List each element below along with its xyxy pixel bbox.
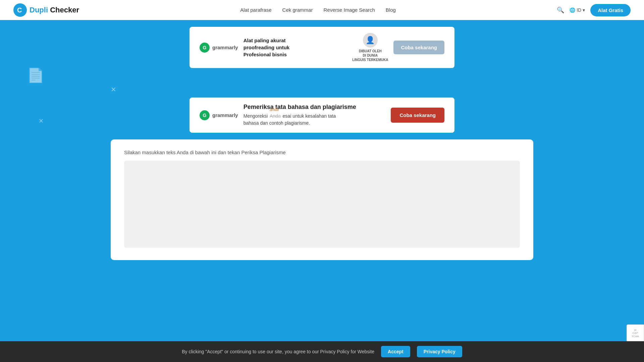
nav-links: Alat parafrase Cek grammar Reverse Image… <box>240 7 396 13</box>
ad-bottom-title: Pemeriksa tata bahasa dan plagiarisme <box>244 104 386 111</box>
ad-top-coba-button[interactable]: Coba sekarang <box>393 41 444 54</box>
close-icon-2: ✕ <box>39 117 44 125</box>
checker-instruction: Silakan masukkan teks Anda di bawah ini … <box>124 149 520 155</box>
grammarly-circle-icon-2: G <box>200 110 210 120</box>
privacy-policy-button[interactable]: Privacy Policy <box>417 346 462 357</box>
chevron-down-icon: ▾ <box>583 7 585 13</box>
cookie-text: By clicking "Accept" or continuing to us… <box>182 349 374 354</box>
logo[interactable]: C Dupli Dupli CheckerChecker <box>13 3 79 17</box>
ad-bottom-coba-button[interactable]: Coba sekarang <box>391 108 444 123</box>
ad-top-main-text: Alat paling akuratproofreading untukProf… <box>244 37 347 58</box>
anda-correction-label: anda <box>270 107 279 113</box>
anda-correction: Anda anda <box>270 113 281 120</box>
svg-text:C: C <box>17 6 22 14</box>
ad-figure: 👤 DIBUAT OLEH DI DUNIA LINGUIS TERKEMUKA <box>352 33 388 62</box>
alat-gratis-button[interactable]: Alat Gratis <box>590 4 631 16</box>
nav-item-reverse-image[interactable]: Reverse Image Search <box>323 7 375 13</box>
doc-icon: 📄 <box>27 67 44 83</box>
lang-label: ID <box>577 7 581 13</box>
main-content: 📄 ✕ ✕ G grammarly Alat paling akuratproo… <box>0 27 644 274</box>
ad-banner-bottom: G grammarly Pemeriksa tata bahasa dan pl… <box>190 98 454 133</box>
ad-bottom-sub: Mengoreksi Anda anda esai untuk kesalaha… <box>244 113 386 127</box>
grammarly-name-top: grammarly <box>212 45 238 50</box>
recaptcha-label: reCAPTCHA <box>632 328 639 338</box>
anda-original: Anda <box>270 113 281 119</box>
grammarly-logo-top: G grammarly <box>200 43 238 53</box>
nav-item-parafrase[interactable]: Alat parafrase <box>240 7 271 13</box>
close-icon-1: ✕ <box>111 85 116 94</box>
page-title: Pemeriksa Plagiarisme <box>0 75 644 92</box>
cookie-consent-bar: By clicking "Accept" or continuing to us… <box>0 341 644 362</box>
lang-selector[interactable]: 🌐 ID ▾ <box>570 7 585 13</box>
ad-bottom-text: Pemeriksa tata bahasa dan plagiarisme Me… <box>244 104 386 127</box>
accept-button[interactable]: Accept <box>381 346 410 357</box>
globe-icon: 🌐 <box>570 7 575 13</box>
checker-box: Silakan masukkan teks Anda di bawah ini … <box>111 139 533 260</box>
nav-item-blog[interactable]: Blog <box>386 7 396 13</box>
logo-icon: C <box>13 3 27 17</box>
ad-caption: DIBUAT OLEH DI DUNIA LINGUIS TERKEMUKA <box>352 49 388 62</box>
ad-banner-top: G grammarly Alat paling akuratproofreadi… <box>190 27 454 68</box>
grammarly-logo-bottom: G grammarly <box>200 110 238 120</box>
search-icon[interactable]: 🔍 <box>557 6 564 14</box>
grammarly-name-bottom: grammarly <box>212 112 238 118</box>
navbar: C Dupli Dupli CheckerChecker Alat parafr… <box>0 0 644 20</box>
nav-item-grammar[interactable]: Cek grammar <box>282 7 313 13</box>
grammarly-circle-icon: G <box>200 43 210 53</box>
logo-text: Dupli Dupli CheckerChecker <box>30 6 79 14</box>
checker-textarea[interactable] <box>124 161 520 248</box>
ad-avatar: 👤 <box>363 33 378 48</box>
recaptcha-widget: reCAPTCHA <box>627 324 644 342</box>
nav-right: 🔍 🌐 ID ▾ Alat Gratis <box>557 4 631 16</box>
